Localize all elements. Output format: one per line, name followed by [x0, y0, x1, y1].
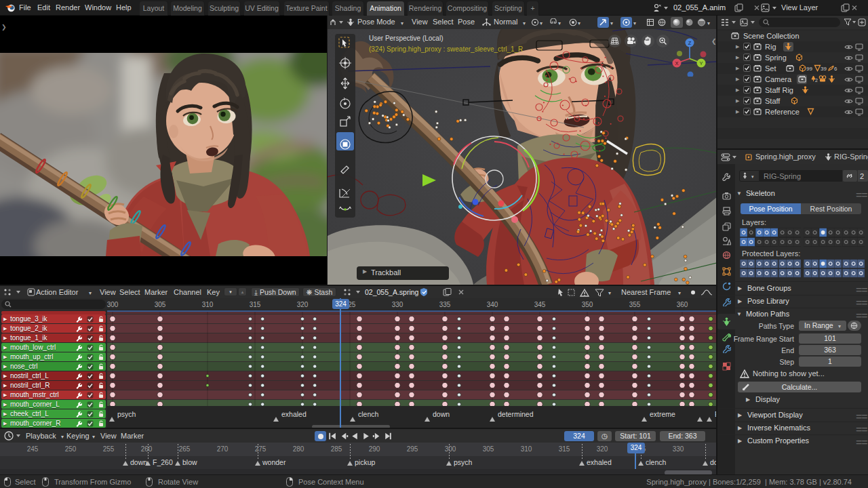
- svg-text:Z: Z: [688, 40, 692, 46]
- svg-text:X: X: [675, 60, 678, 66]
- svg-text:Y: Y: [699, 60, 703, 66]
